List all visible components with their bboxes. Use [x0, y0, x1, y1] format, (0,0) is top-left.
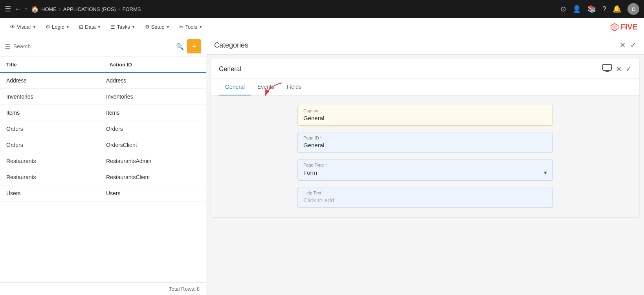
avatar[interactable]: C: [627, 3, 639, 15]
breadcrumb-arrow-2: ›: [118, 6, 120, 12]
search-input[interactable]: [13, 43, 173, 49]
categories-close-button[interactable]: ✕: [620, 41, 626, 49]
top-nav-left: ☰ ← ↑ 🏠 HOME › APPLICATIONS (ROS) › FORM…: [5, 5, 557, 13]
table-row[interactable]: Restaurants RestaurantsAdmin: [0, 153, 206, 169]
table-row[interactable]: Restaurants RestaurantsClient: [0, 169, 206, 185]
user-nav-icon[interactable]: 👤: [572, 5, 581, 13]
books-nav-icon[interactable]: 📚: [587, 5, 596, 13]
form-content: Caption General Page ID * General: [211, 95, 639, 217]
home-icon: 🏠: [31, 5, 39, 13]
up-icon[interactable]: ↑: [24, 5, 28, 13]
breadcrumb-app[interactable]: APPLICATIONS (ROS): [63, 6, 116, 12]
tasks-arrow: ▼: [132, 25, 136, 29]
cell-action: Orders: [100, 126, 200, 132]
col-divider: [100, 61, 100, 68]
cell-action: RestaurantsClient: [100, 174, 200, 180]
svg-marker-1: [612, 25, 617, 29]
table-row[interactable]: Orders OrdersClient: [0, 137, 206, 153]
table-row[interactable]: Items Items: [0, 105, 206, 121]
caption-label: Caption: [303, 108, 547, 113]
help-nav-icon[interactable]: ?: [602, 5, 606, 13]
table-header: Title Action ID: [0, 57, 206, 73]
logic-label: Logic: [52, 24, 64, 30]
top-nav-right: ⊙ 👤 📚 ? 🔔 C: [560, 3, 639, 15]
cell-title: Users: [6, 190, 100, 196]
breadcrumb: 🏠 HOME › APPLICATIONS (ROS) › FORMS: [31, 5, 141, 13]
data-label: Data: [85, 24, 95, 30]
main-content: ☰ 🔍 + Title Action ID Address Address In…: [0, 36, 644, 295]
general-header: General ✕ ✓: [211, 59, 639, 79]
search-icon[interactable]: 🔍: [176, 43, 184, 50]
page-type-value: Form: [303, 169, 317, 176]
back-icon[interactable]: ←: [14, 5, 21, 13]
home-label[interactable]: HOME: [41, 6, 57, 12]
help-text-value: Click to add: [303, 197, 334, 203]
visual-icon: 👁: [10, 24, 15, 30]
tasks-label: Tasks: [117, 24, 130, 30]
cell-action: RestaurantsAdmin: [100, 158, 200, 164]
setup-arrow: ▼: [166, 25, 170, 29]
logic-arrow: ▼: [66, 25, 70, 29]
add-button[interactable]: +: [187, 39, 201, 53]
nav-visual[interactable]: 👁 Visual ▼: [6, 22, 40, 32]
filter-icon[interactable]: ☰: [5, 43, 10, 50]
tools-arrow: ▼: [199, 25, 203, 29]
visual-arrow: ▼: [32, 25, 36, 29]
menu-icon[interactable]: ☰: [5, 5, 11, 13]
help-text-field[interactable]: Help Text Click to add: [297, 187, 553, 208]
second-nav-left: 👁 Visual ▼ ⚙ Logic ▼ ⊞ Data ▼ ☰ Tasks ▼ …: [6, 22, 207, 32]
monitor-nav-icon[interactable]: ⊙: [560, 5, 566, 13]
breadcrumb-home[interactable]: 🏠 HOME: [31, 5, 57, 13]
five-logo-text: FIVE: [620, 22, 638, 31]
cell-title: Orders: [6, 142, 100, 148]
general-close-button[interactable]: ✕: [616, 65, 622, 73]
table-row[interactable]: Orders Orders: [0, 121, 206, 137]
select-arrow-icon: ▾: [544, 169, 547, 176]
caption-field[interactable]: Caption General: [297, 105, 553, 126]
categories-check-button[interactable]: ✓: [630, 41, 636, 49]
tab-events[interactable]: Events: [251, 79, 281, 95]
tab-general[interactable]: General: [219, 79, 251, 95]
page-id-field[interactable]: Page ID * General: [297, 132, 553, 153]
categories-header-actions: ✕ ✓: [620, 41, 636, 49]
five-logo: FIVE: [610, 22, 638, 31]
nav-data[interactable]: ⊞ Data ▼: [75, 22, 105, 32]
tab-fields[interactable]: Fields: [281, 79, 308, 95]
cell-action: Address: [100, 77, 200, 84]
table-row[interactable]: Users Users: [0, 185, 206, 202]
search-bar: ☰ 🔍 +: [0, 36, 206, 57]
table-footer: Total Rows: 8: [0, 282, 206, 295]
col-title-header: Title: [6, 62, 97, 68]
tasks-icon: ☰: [110, 24, 115, 30]
table-row[interactable]: Inventories Inventories: [0, 89, 206, 105]
general-title: General: [219, 66, 241, 73]
cell-action: Items: [100, 110, 200, 116]
cell-action: Inventories: [100, 93, 200, 100]
col-actionid-header: Action ID: [103, 62, 200, 68]
table-body: Address Address Inventories Inventories …: [0, 73, 206, 282]
cell-action: OrdersClient: [100, 142, 200, 148]
page-id-value: General: [303, 142, 324, 148]
table-row[interactable]: Address Address: [0, 73, 206, 89]
page-type-field[interactable]: Page Type * Form ▾: [297, 159, 553, 181]
nav-logic[interactable]: ⚙ Logic ▼: [42, 22, 73, 32]
help-text-label: Help Text: [303, 191, 547, 195]
general-panel: General ✕ ✓ General: [211, 59, 639, 217]
top-nav: ☰ ← ↑ 🏠 HOME › APPLICATIONS (ROS) › FORM…: [0, 0, 644, 18]
page-id-required: *: [320, 136, 322, 140]
nav-tools[interactable]: ✂ Tools ▼: [175, 22, 206, 32]
bell-nav-icon[interactable]: 🔔: [613, 5, 621, 13]
categories-header: Categories ✕ ✓: [206, 36, 644, 55]
nav-setup[interactable]: ⚙ Setup ▼: [141, 22, 174, 32]
monitor-button[interactable]: [602, 64, 612, 74]
caption-value: General: [303, 115, 324, 121]
general-check-button[interactable]: ✓: [626, 65, 631, 73]
tabs: General Events Fields: [211, 79, 639, 95]
nav-tasks[interactable]: ☰ Tasks ▼: [106, 22, 139, 32]
visual-label: Visual: [17, 24, 31, 30]
page-type-required: *: [325, 163, 327, 167]
cell-title: Items: [6, 110, 100, 116]
data-arrow: ▼: [97, 25, 101, 29]
tools-label: Tools: [185, 24, 197, 30]
breadcrumb-section[interactable]: FORMS: [122, 6, 141, 12]
